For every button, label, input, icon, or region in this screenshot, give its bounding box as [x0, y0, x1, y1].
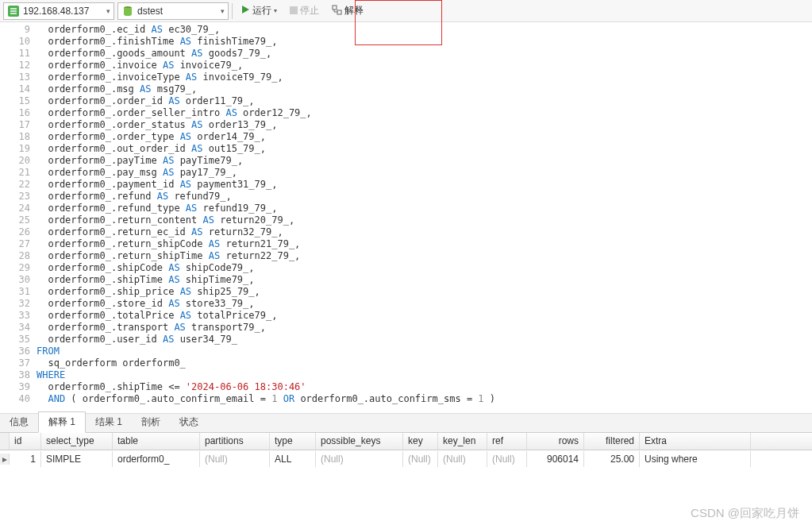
play-icon: [241, 5, 250, 17]
col-possible-keys[interactable]: possible_keys: [316, 433, 403, 450]
svg-rect-4: [337, 10, 341, 14]
sql-editor[interactable]: 9101112131415161718192021222324252627282…: [0, 22, 812, 413]
chevron-down-icon: ▾: [221, 7, 225, 15]
chevron-down-icon: ▾: [274, 7, 277, 14]
server-combo[interactable]: 192.168.48.137 ▾: [3, 2, 114, 20]
explain-label: 解释: [344, 4, 364, 17]
stop-icon: [290, 6, 298, 17]
database-combo[interactable]: dstest ▾: [117, 2, 229, 20]
col-table[interactable]: table: [113, 433, 200, 450]
table-row[interactable]: ▸ 1 SIMPLE orderform0_ (Null) ALL (Null)…: [0, 450, 812, 468]
col-rows[interactable]: rows: [527, 433, 584, 450]
line-gutter: 9101112131415161718192021222324252627282…: [0, 22, 37, 413]
tab-2[interactable]: 结果 1: [86, 412, 132, 432]
svg-rect-3: [333, 6, 337, 10]
code-area[interactable]: orderform0_.ec_id AS ec30_79_, orderform…: [37, 22, 812, 413]
result-grid: id select_type table partitions type pos…: [0, 432, 812, 468]
col-id[interactable]: id: [10, 433, 41, 450]
explain-button[interactable]: 解释: [327, 2, 368, 20]
tab-0[interactable]: 信息: [0, 412, 38, 432]
server-icon: [7, 5, 20, 17]
col-type[interactable]: type: [270, 433, 316, 450]
stop-label: 停止: [300, 4, 319, 17]
col-extra[interactable]: Extra: [640, 433, 751, 450]
stop-button[interactable]: 停止: [285, 2, 324, 20]
row-indicator-icon: ▸: [0, 454, 10, 465]
tab-4[interactable]: 状态: [170, 412, 208, 432]
col-key[interactable]: key: [403, 433, 438, 450]
watermark: CSDN @回家吃月饼: [691, 506, 799, 521]
col-filtered[interactable]: filtered: [584, 433, 640, 450]
tab-1[interactable]: 解释 1: [38, 411, 86, 433]
col-select-type[interactable]: select_type: [41, 433, 113, 450]
grid-header: id select_type table partitions type pos…: [0, 433, 812, 450]
svg-rect-2: [290, 6, 298, 14]
toolbar: 192.168.48.137 ▾ dstest ▾ 运行 ▾ 停止 解释: [0, 0, 812, 22]
explain-icon: [332, 5, 342, 17]
server-text: 192.168.48.137: [23, 6, 103, 17]
chevron-down-icon: ▾: [106, 7, 110, 15]
run-button[interactable]: 运行 ▾: [236, 2, 282, 20]
run-label: 运行: [252, 4, 271, 17]
database-icon: [121, 5, 134, 17]
col-ref[interactable]: ref: [487, 433, 527, 450]
col-key-len[interactable]: key_len: [438, 433, 487, 450]
result-tabs: 信息解释 1结果 1剖析状态: [0, 413, 812, 432]
db-text: dstest: [137, 6, 217, 17]
tab-3[interactable]: 剖析: [132, 412, 170, 432]
col-partitions[interactable]: partitions: [200, 433, 270, 450]
